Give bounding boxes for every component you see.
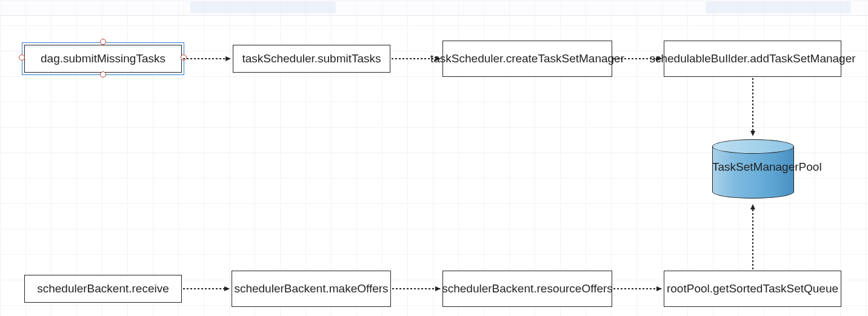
diagram-canvas[interactable]: dag.submitMissingTasks taskScheduler.sub… [0, 0, 868, 316]
node-label: taskScheduler.submitTasks [242, 52, 381, 65]
node-scheduler-backend-resource-offers[interactable]: schedulerBackent.resourceOffers [442, 271, 612, 307]
cylinder-label: TaskSetManagerPool [712, 161, 794, 174]
node-label: dag.submitMissingTasks [41, 52, 165, 65]
selection-handle-left[interactable] [19, 54, 25, 61]
selection-handle-top[interactable] [100, 39, 106, 45]
node-label: taskScheduler.createTaskSetManager [430, 52, 624, 65]
node-dag-submit-missing-tasks[interactable]: dag.submitMissingTasks [24, 45, 182, 73]
selection-handle-right[interactable] [181, 54, 187, 61]
node-label: rootPool.getSortedTaskSetQueue [667, 282, 838, 295]
node-root-pool-get-sorted-task-set-queue[interactable]: rootPool.getSortedTaskSetQueue [664, 271, 841, 307]
cylinder-top [712, 139, 794, 154]
node-task-scheduler-create-task-set-manager[interactable]: taskScheduler.createTaskSetManager [442, 41, 612, 77]
node-label: schedulerBackent.makeOffers [234, 282, 388, 295]
node-label: schedulerBackent.receive [37, 282, 169, 295]
selection-handle-bottom[interactable] [100, 71, 106, 77]
node-scheduler-backend-make-offers[interactable]: schedulerBackent.makeOffers [232, 271, 391, 307]
node-schedulable-builder-add-task-set-manager[interactable]: schedulableBuIlder.addTaskSetManager [664, 41, 841, 77]
node-scheduler-backend-receive[interactable]: schedulerBackent.receive [24, 275, 182, 303]
node-label: schedulerBackent.resourceOffers [442, 282, 613, 295]
node-label: schedulableBuIlder.addTaskSetManager [649, 52, 855, 65]
cylinder-task-set-manager-pool[interactable]: TaskSetManagerPool [712, 140, 794, 199]
node-task-scheduler-submit-tasks[interactable]: taskScheduler.submitTasks [233, 45, 390, 73]
